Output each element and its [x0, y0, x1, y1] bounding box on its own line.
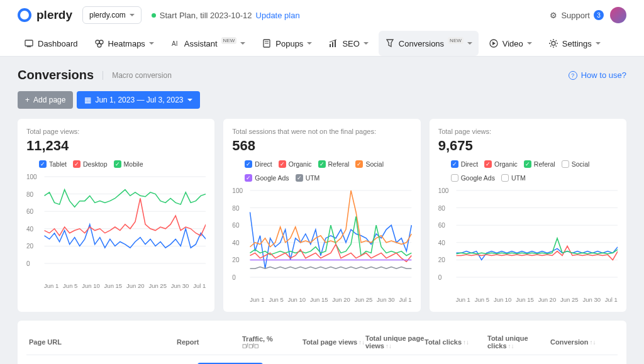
col-traffic-label: Traffic, % [242, 335, 303, 343]
support-badge: 3 [594, 10, 604, 20]
svg-point-4 [97, 43, 101, 47]
legend-mobile[interactable]: ✓Mobile [114, 160, 143, 168]
table-row: I Spent 2000 Hours Learning How To Learn… [26, 355, 618, 364]
col-conv[interactable]: Conversion↑↓ [550, 338, 598, 346]
checkbox-icon: ✓ [355, 160, 363, 168]
legend-organic[interactable]: ✓Organic [279, 160, 312, 168]
chevron-down-icon [240, 42, 245, 47]
legend-organic[interactable]: ✓Organic [484, 160, 518, 168]
chevron-down-icon [187, 99, 192, 104]
col-tc[interactable]: Total clicks↑↓ [425, 338, 487, 346]
calendar-icon: ▦ [84, 96, 91, 104]
new-badge: NEW [448, 37, 464, 44]
nav-video[interactable]: Video [482, 31, 538, 56]
stat-card: Total sessions that were not on the fina… [223, 119, 420, 312]
legend-referal[interactable]: ✓Referal [318, 160, 350, 168]
assistant-icon: AI [170, 38, 180, 48]
checkbox-icon: ✓ [484, 160, 492, 168]
how-to-use-link[interactable]: ? How to use? [569, 70, 626, 80]
svg-rect-1 [27, 47, 31, 47]
checkbox-icon: ✓ [73, 160, 80, 168]
nav-settings[interactable]: Settings [542, 31, 607, 56]
chevron-down-icon [467, 42, 472, 47]
page-subtitle: Macro conversion [103, 71, 172, 80]
col-tpv[interactable]: Total page views↑↓ [303, 338, 365, 346]
col-uc[interactable]: Total unique clicks↑↓ [487, 334, 550, 350]
checkbox-icon: ✓ [245, 160, 252, 168]
seo-icon [328, 38, 338, 48]
line-chart: 020406080100 [438, 187, 618, 294]
logo[interactable]: plerdy [18, 8, 72, 22]
checkbox-icon: ✓ [114, 160, 121, 168]
card-value: 568 [232, 138, 411, 154]
nav-popups[interactable]: Popups [255, 31, 318, 56]
nav-heatmaps[interactable]: Heatmaps [88, 31, 160, 56]
sort-icon: ↑↓ [508, 343, 514, 350]
svg-rect-0 [25, 40, 33, 46]
card-label: Total page views: [26, 128, 206, 135]
howto-label: How to use? [581, 70, 626, 80]
col-report[interactable]: Report [177, 338, 242, 346]
sort-icon: ↑↓ [386, 343, 392, 350]
chevron-down-icon [130, 14, 135, 19]
new-badge: NEW [221, 37, 237, 44]
support-link[interactable]: ⚙ Support 3 [550, 10, 604, 20]
card-value: 11,234 [26, 138, 206, 154]
sort-icon: ↑↓ [358, 339, 365, 346]
col-upv[interactable]: Total unique page views↑↓ [365, 334, 425, 350]
nav-seo[interactable]: SEO [322, 31, 374, 56]
sort-icon: ↑↓ [463, 339, 469, 346]
legend-social[interactable]: Social [562, 160, 590, 168]
line-chart: 020406080100 [26, 173, 206, 280]
legend-social[interactable]: ✓Social [355, 160, 384, 168]
checkbox-icon: ✓ [524, 160, 531, 168]
chevron-down-icon [307, 42, 312, 47]
svg-rect-11 [335, 40, 336, 47]
chevron-down-icon [149, 42, 154, 47]
legend-google-ads[interactable]: ✓Google Ads [245, 174, 289, 182]
gear-icon: ⚙ [550, 11, 557, 20]
plan-info: Start Plan, till 2023-10-12 Update plan [152, 11, 300, 20]
col-traffic[interactable]: Traffic, % ◻/◻/◻ [242, 335, 303, 349]
video-icon [489, 38, 499, 48]
sort-icon: ↑↓ [590, 339, 596, 346]
legend-desktop[interactable]: ✓Desktop [73, 160, 108, 168]
legend-utm[interactable]: UTM [501, 174, 526, 182]
svg-rect-10 [332, 42, 333, 47]
add-page-label: Add page [33, 96, 65, 104]
legend-utm[interactable]: ✓UTM [296, 174, 320, 182]
logo-text: plerdy [36, 8, 72, 22]
add-page-button[interactable]: + Add page [18, 91, 73, 109]
stat-card: Total page views:11,234✓Tablet✓Desktop✓M… [18, 119, 214, 312]
checkbox-icon: ✓ [451, 160, 458, 168]
plus-icon: + [25, 96, 30, 104]
plan-text: Start Plan, till 2023-10-12 [160, 11, 252, 20]
svg-text:AI: AI [172, 40, 177, 47]
checkbox-icon: ✓ [39, 160, 47, 168]
card-value: 9,675 [438, 138, 618, 154]
legend-google-ads[interactable]: Google Ads [451, 174, 495, 182]
settings-icon [548, 38, 558, 48]
heatmaps-icon [94, 38, 104, 48]
legend-tablet[interactable]: ✓Tablet [39, 160, 67, 168]
nav-dashboard[interactable]: Dashboard [18, 31, 84, 56]
stat-card: Total page views:9,675✓Direct✓Organic✓Re… [430, 119, 626, 312]
legend-direct[interactable]: ✓Direct [245, 160, 272, 168]
support-label: Support [561, 11, 590, 20]
svg-rect-9 [330, 44, 331, 47]
status-dot-icon [152, 13, 156, 18]
avatar[interactable] [610, 7, 626, 23]
update-plan-link[interactable]: Update plan [256, 11, 300, 20]
conversions-icon [385, 38, 395, 48]
checkbox-icon [451, 174, 458, 182]
legend-direct[interactable]: ✓Direct [451, 160, 478, 168]
nav-assistant[interactable]: AIAssistantNEW [164, 31, 252, 56]
legend-referal[interactable]: ✓Referal [524, 160, 555, 168]
col-url[interactable]: Page URL [29, 338, 177, 346]
card-label: Total sessions that were not on the fina… [232, 128, 411, 135]
site-selector[interactable]: plerdy.com [82, 6, 142, 24]
col-traffic-sub: ◻/◻/◻ [242, 343, 303, 349]
date-range-button[interactable]: ▦ Jun 1, 2023 — Jul 3, 2023 [77, 91, 199, 109]
nav-conversions[interactable]: ConversionsNEW [379, 31, 479, 56]
chevron-down-icon [364, 42, 369, 47]
